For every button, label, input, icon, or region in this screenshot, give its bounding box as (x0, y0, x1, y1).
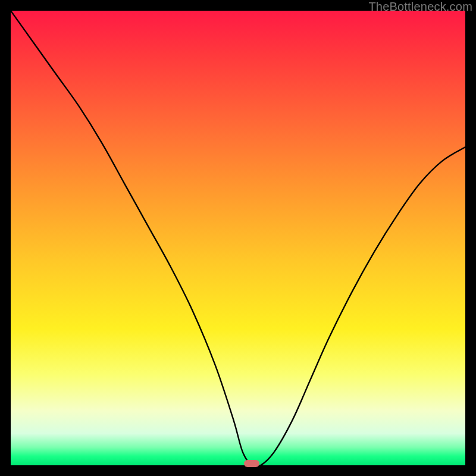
chart-frame: TheBottleneck.com (0, 0, 476, 476)
bottleneck-curve (11, 11, 465, 465)
min-marker (244, 460, 259, 467)
plot-area (11, 11, 465, 465)
watermark-text: TheBottleneck.com (368, 0, 472, 14)
